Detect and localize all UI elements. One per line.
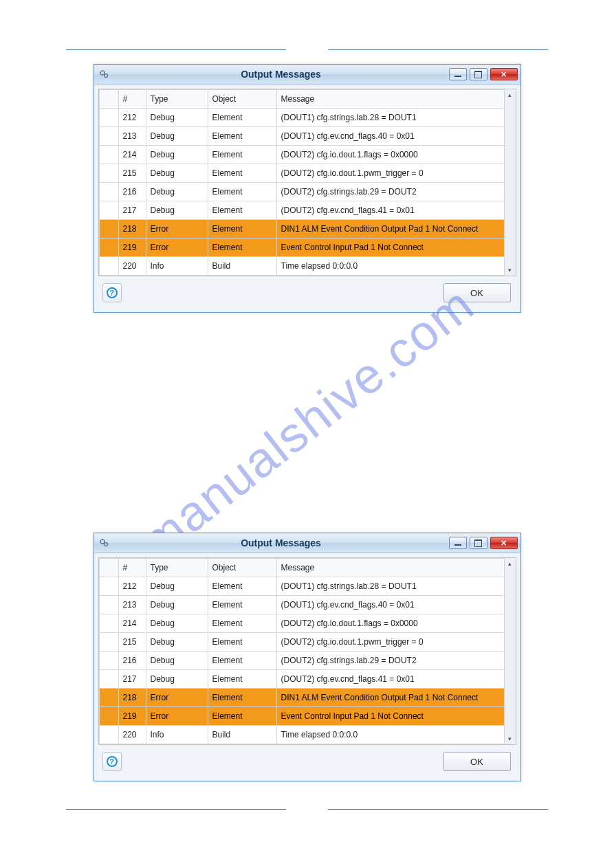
messages-table: # Type Object Message 212DebugElement(DO… [99,89,505,276]
col-message[interactable]: Message [276,90,504,109]
table-row[interactable]: 215DebugElement(DOUT2) cfg.io.dout.1.pwm… [99,164,504,183]
help-button[interactable]: ? [102,752,122,771]
divider [328,809,548,810]
table-row[interactable]: 213DebugElement(DOUT1) cfg.ev.cnd_flags.… [99,127,504,146]
table-row[interactable]: 218ErrorElementDIN1 ALM Event Condition … [99,689,504,707]
maximize-icon [474,539,482,547]
bottom-rule-pair [0,781,614,859]
scroll-down-icon[interactable]: ▾ [505,265,516,276]
maximize-button[interactable] [470,537,487,549]
table-row[interactable]: 220InfoBuildTime elapsed 0:0:0.0 [99,257,504,276]
cell-blank [99,596,118,614]
cell-object: Element [208,633,276,652]
cell-blank [99,164,118,183]
cell-num: 217 [118,201,146,220]
help-button[interactable]: ? [102,283,122,302]
top-rule-pair [0,0,614,64]
cell-num: 216 [118,652,146,670]
table-row[interactable]: 216DebugElement(DOUT2) cfg.strings.lab.2… [99,652,504,670]
titlebar[interactable]: Output Messages ✕ [94,65,520,85]
table-row[interactable]: 219ErrorElementEvent Control Input Pad 1… [99,707,504,726]
cell-object: Element [208,109,276,127]
cell-object: Element [208,220,276,238]
vertical-scrollbar[interactable]: ▴ ▾ [504,558,516,744]
window-controls: ✕ [449,537,520,549]
ok-button-label: OK [470,288,483,298]
cell-message: (DOUT1) cfg.strings.lab.28 = DOUT1 [276,109,504,127]
cell-blank [99,183,118,201]
scroll-up-icon[interactable]: ▴ [505,558,516,569]
col-num[interactable]: # [118,90,146,109]
col-blank[interactable] [99,559,118,577]
table-row[interactable]: 216DebugElement(DOUT2) cfg.strings.lab.2… [99,183,504,201]
table-row[interactable]: 214DebugElement(DOUT2) cfg.io.dout.1.fla… [99,614,504,633]
scroll-down-icon[interactable]: ▾ [505,733,516,744]
vertical-scrollbar[interactable]: ▴ ▾ [504,89,516,276]
cell-blank [99,257,118,276]
cell-message: (DOUT2) cfg.strings.lab.29 = DOUT2 [276,183,504,201]
cell-object: Element [208,201,276,220]
table-row[interactable]: 217DebugElement(DOUT2) cfg.ev.cnd_flags.… [99,670,504,689]
cell-message: Event Control Input Pad 1 Not Connect [276,238,504,257]
dialog-body: # Type Object Message 212DebugElement(DO… [94,553,520,781]
cell-message: (DOUT1) cfg.strings.lab.28 = DOUT1 [276,577,504,596]
col-object[interactable]: Object [208,559,276,577]
scroll-up-icon[interactable]: ▴ [505,89,516,100]
col-type[interactable]: Type [146,559,208,577]
cell-type: Info [146,257,208,276]
cell-type: Info [146,726,208,744]
cell-object: Element [208,146,276,164]
titlebar[interactable]: Output Messages ✕ [94,533,520,553]
cell-num: 217 [118,670,146,689]
col-object[interactable]: Object [208,90,276,109]
ok-button[interactable]: OK [443,752,511,771]
table-row[interactable]: 217DebugElement(DOUT2) cfg.ev.cnd_flags.… [99,201,504,220]
cell-blank [99,726,118,744]
col-num[interactable]: # [118,559,146,577]
cell-type: Debug [146,577,208,596]
col-type[interactable]: Type [146,90,208,109]
close-icon: ✕ [501,71,507,78]
table-row[interactable]: 218ErrorElementDIN1 ALM Event Condition … [99,220,504,238]
cell-type: Debug [146,596,208,614]
table-row[interactable]: 212DebugElement(DOUT1) cfg.strings.lab.2… [99,577,504,596]
cell-num: 220 [118,726,146,744]
table-row[interactable]: 215DebugElement(DOUT2) cfg.io.dout.1.pwm… [99,633,504,652]
help-icon: ? [107,287,118,298]
cell-num: 216 [118,183,146,201]
cell-type: Debug [146,201,208,220]
cell-message: (DOUT1) cfg.ev.cnd_flags.40 = 0x01 [276,127,504,146]
cell-object: Element [208,183,276,201]
cell-object: Element [208,596,276,614]
maximize-icon [474,71,482,78]
table-row[interactable]: 212DebugElement(DOUT1) cfg.strings.lab.2… [99,109,504,127]
cell-object: Element [208,707,276,726]
minimize-icon [454,76,461,77]
table-row[interactable]: 214DebugElement(DOUT2) cfg.io.dout.1.fla… [99,146,504,164]
table-row[interactable]: 220InfoBuildTime elapsed 0:0:0.0 [99,726,504,744]
cell-message: Time elapsed 0:0:0.0 [276,257,504,276]
ok-button[interactable]: OK [443,283,511,302]
minimize-button[interactable] [449,68,467,80]
maximize-button[interactable] [470,68,487,80]
cell-message: (DOUT2) cfg.io.dout.1.flags = 0x0000 [276,614,504,633]
table-row[interactable]: 219ErrorElementEvent Control Input Pad 1… [99,238,504,257]
minimize-button[interactable] [449,537,467,549]
cell-type: Debug [146,127,208,146]
cell-type: Debug [146,614,208,633]
cell-blank [99,201,118,220]
col-blank[interactable] [99,90,118,109]
close-button[interactable]: ✕ [490,537,518,549]
cell-blank [99,127,118,146]
table-row[interactable]: 213DebugElement(DOUT1) cfg.ev.cnd_flags.… [99,596,504,614]
table-header-row: # Type Object Message [99,559,504,577]
cell-message: (DOUT2) cfg.io.dout.1.pwm_trigger = 0 [276,164,504,183]
cell-blank [99,238,118,257]
cell-message: (DOUT2) cfg.strings.lab.29 = DOUT2 [276,652,504,670]
col-message[interactable]: Message [276,559,504,577]
close-button[interactable]: ✕ [490,68,518,80]
close-icon: ✕ [501,539,507,547]
cell-type: Debug [146,164,208,183]
cell-num: 213 [118,127,146,146]
cell-num: 215 [118,164,146,183]
